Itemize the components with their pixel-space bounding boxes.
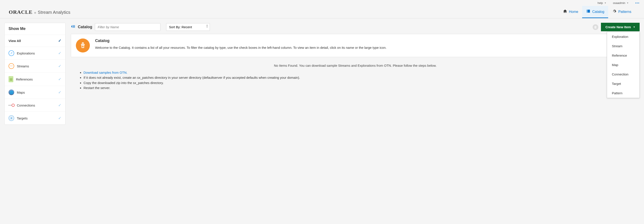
create-exploration[interactable]: Exploration <box>607 32 640 41</box>
filter-label: View All <box>8 39 21 43</box>
toolbar: Catalog Sort By: Recent 🗑 Create New Ite… <box>71 23 640 31</box>
map-icon: 🌐 <box>8 89 14 95</box>
registered-mark: ® <box>34 12 36 14</box>
user-label: osaadmin <box>613 1 625 5</box>
nav-home[interactable]: Home <box>559 6 582 18</box>
create-new-wrap: Create New Item ▼ Exploration Stream Ref… <box>601 23 640 31</box>
download-samples-link[interactable]: Download samples from OTN. <box>84 71 128 74</box>
list-item: Download samples from OTN. <box>84 70 640 75</box>
page-title: Catalog <box>78 25 92 29</box>
filter-connections[interactable]: Connections ✓ <box>4 99 65 112</box>
brand-subtitle: Stream Analytics <box>38 10 70 15</box>
brand: ORACLE® Stream Analytics <box>9 9 70 18</box>
filter-input[interactable] <box>95 23 160 31</box>
catalog-icon <box>586 9 590 15</box>
create-reference[interactable]: Reference <box>607 51 640 60</box>
target-icon <box>8 115 14 121</box>
collapse-sidebar-icon[interactable] <box>71 24 75 30</box>
nav-patterns[interactable]: Patterns <box>608 6 635 18</box>
info-text: Welcome to the Catalog. It contains a li… <box>95 45 634 50</box>
help-menu[interactable]: help ▼ <box>598 1 606 5</box>
create-map[interactable]: Map <box>607 60 640 70</box>
app-switcher-icon[interactable]: ▪▪▪ <box>635 1 640 5</box>
filter-maps[interactable]: 🌐 Maps ✓ <box>4 86 65 99</box>
reference-icon: ▤ <box>8 76 13 82</box>
filter-list: View All ✓ ↗ Explorations ✓ 〰 Streams ✓ <box>4 35 65 124</box>
filter-references[interactable]: ▤ References ✓ <box>4 73 65 86</box>
catalog-welcome-icon <box>76 39 90 53</box>
info-card: Catalog Welcome to the Catalog. It conta… <box>71 34 640 57</box>
caret-down-icon: ▼ <box>604 2 606 4</box>
sort-select[interactable]: Sort By: Recent <box>166 23 210 31</box>
filter-view-all[interactable]: View All ✓ <box>4 35 65 47</box>
exploration-icon: ↗ <box>8 50 14 56</box>
brand-logo: ORACLE <box>9 9 32 15</box>
filter-label: Maps <box>17 91 25 94</box>
check-icon: ✓ <box>58 90 62 95</box>
create-new-button[interactable]: Create New Item ▼ <box>601 23 640 31</box>
check-icon: ✓ <box>58 103 62 108</box>
create-new-dropdown: Exploration Stream Reference Map Connect… <box>607 32 640 98</box>
sidebar-title: Show Me <box>4 23 65 35</box>
help-label: help <box>598 1 603 5</box>
home-icon <box>563 9 567 15</box>
user-menu[interactable]: osaadmin ▼ <box>613 1 629 5</box>
empty-steps: Download samples from OTN. If it does no… <box>80 70 640 90</box>
filter-label: Targets <box>17 116 28 120</box>
nav-catalog-label: Catalog <box>592 10 604 14</box>
sidebar: Show Me View All ✓ ↗ Explorations ✓ 〰 St… <box>4 23 66 125</box>
create-connection[interactable]: Connection <box>607 70 640 79</box>
filter-label: Connections <box>17 103 35 107</box>
filter-targets[interactable]: Targets ✓ <box>4 112 65 124</box>
info-title: Catalog <box>95 39 634 43</box>
caret-down-icon: ▼ <box>626 2 629 4</box>
check-icon: ✓ <box>58 38 62 43</box>
check-icon: ✓ <box>58 116 62 121</box>
empty-heading: No Items Found. You can download sample … <box>71 64 640 67</box>
create-pattern[interactable]: Pattern <box>607 88 640 98</box>
gear-icon <box>612 9 616 15</box>
nav-home-label: Home <box>569 10 578 14</box>
nav-catalog[interactable]: Catalog <box>582 6 608 18</box>
caret-down-icon: ▼ <box>633 26 635 28</box>
list-item: If it does not already exist, create an … <box>84 75 640 80</box>
filter-explorations[interactable]: ↗ Explorations ✓ <box>4 47 65 60</box>
main-nav: Home Catalog Patterns <box>559 6 635 18</box>
main-layout: Show Me View All ✓ ↗ Explorations ✓ 〰 St… <box>0 18 644 129</box>
list-item: Copy the downloaded zip into the sx_patc… <box>84 80 640 85</box>
connection-icon <box>8 102 14 108</box>
check-icon: ✓ <box>58 64 62 69</box>
check-icon: ✓ <box>58 77 62 82</box>
nav-patterns-label: Patterns <box>618 10 631 14</box>
check-icon: ✓ <box>58 51 62 56</box>
top-bar: help ▼ osaadmin ▼ ▪▪▪ <box>0 0 644 6</box>
create-new-label: Create New Item <box>605 25 631 29</box>
stream-icon: 〰 <box>8 63 14 69</box>
filter-label: Explorations <box>17 51 35 55</box>
list-item: Restart the server. <box>84 85 640 90</box>
create-target[interactable]: Target <box>607 79 640 88</box>
trash-icon[interactable]: 🗑 <box>593 24 598 30</box>
header: ORACLE® Stream Analytics Home Catalog Pa… <box>0 6 644 18</box>
content: Catalog Sort By: Recent 🗑 Create New Ite… <box>71 23 640 90</box>
filter-label: Streams <box>17 64 29 68</box>
create-stream[interactable]: Stream <box>607 41 640 51</box>
filter-streams[interactable]: 〰 Streams ✓ <box>4 60 65 73</box>
filter-label: References <box>16 77 33 81</box>
